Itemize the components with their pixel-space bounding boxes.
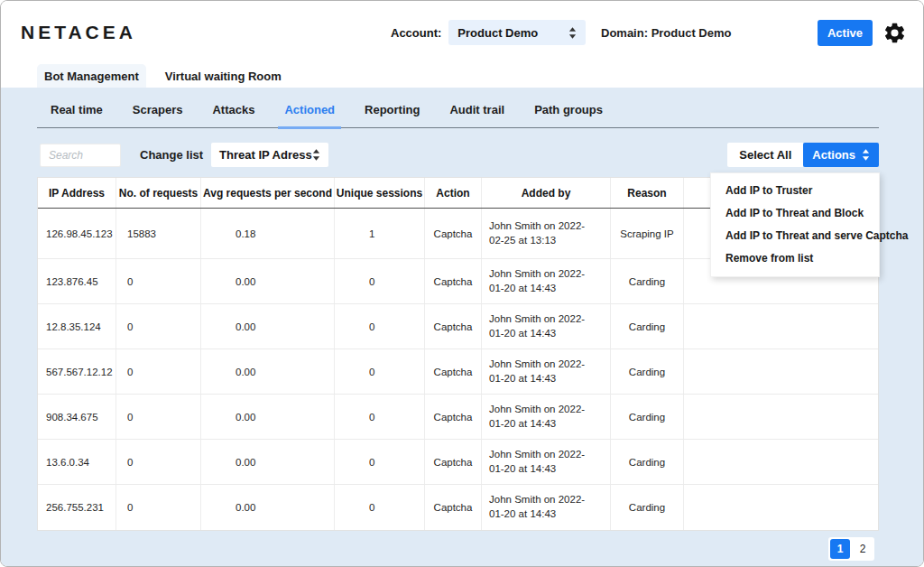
cell-requests: 0	[116, 349, 201, 394]
table-row[interactable]: 12.8.35.124 0 0.00 0 Captcha John Smith …	[38, 304, 878, 349]
cell-reason: Carding	[611, 349, 684, 394]
cell-ip: 567.567.12.12	[38, 349, 116, 394]
table-row[interactable]: 256.755.231 0 0.00 0 Captcha John Smith …	[38, 485, 878, 530]
cell-requests: 0	[116, 304, 201, 349]
account-select[interactable]: Product Demo	[448, 20, 586, 45]
updown-arrows-icon	[568, 27, 577, 39]
actions-menu: Add IP to Truster Add IP to Threat and B…	[710, 172, 880, 277]
cell-requests: 0	[116, 440, 201, 484]
change-list-label: Change list	[140, 148, 203, 162]
cell-requests: 15883	[116, 209, 201, 258]
subtabs: Real time Scrapers Attacks Actioned Repo…	[37, 88, 879, 128]
menu-item-add-ip-to-truster[interactable]: Add IP to Truster	[711, 180, 879, 202]
cell-avg: 0.00	[201, 485, 335, 530]
subtab-attacks[interactable]: Attacks	[212, 103, 254, 127]
added-by-line: 01-20 at 14:43	[489, 372, 585, 386]
search-input[interactable]	[40, 144, 121, 167]
change-list-select[interactable]: Threat IP Adress	[211, 143, 328, 167]
subtab-scrapers[interactable]: Scrapers	[133, 103, 183, 127]
table-row[interactable]: 567.567.12.12 0 0.00 0 Captcha John Smit…	[38, 349, 878, 395]
cell-added-by: John Smith on 2022- 01-20 at 14:43	[482, 349, 611, 394]
table-row[interactable]: 908.34.675 0 0.00 0 Captcha John Smith o…	[38, 395, 878, 440]
cell-added-by: John Smith on 2022- 01-20 at 14:43	[482, 485, 611, 530]
actions-button[interactable]: Actions	[803, 143, 879, 167]
account-select-value: Product Demo	[457, 26, 538, 40]
top-header: NETACEA Account: Product Demo Domain: Pr…	[1, 1, 923, 64]
tab-bot-management[interactable]: Bot Management	[37, 64, 146, 88]
account-group: Account: Product Demo	[391, 20, 586, 45]
cell-sessions: 0	[335, 304, 425, 349]
cell-requests: 0	[116, 259, 201, 303]
cell-ip: 256.755.231	[38, 485, 116, 530]
added-by-line: John Smith on 2022-	[489, 448, 585, 462]
cell-avg: 0.00	[201, 349, 335, 394]
cell-avg: 0.00	[201, 440, 335, 484]
tab-virtual-waiting-room[interactable]: Virtual waiting Room	[158, 64, 289, 88]
cell-sessions: 0	[335, 440, 425, 484]
column-header-ip: IP Address	[38, 178, 116, 208]
added-by-line: 01-20 at 14:43	[489, 327, 585, 341]
cell-empty	[684, 395, 878, 439]
active-button[interactable]: Active	[818, 20, 873, 46]
added-by-line: 01-20 at 14:43	[489, 282, 585, 296]
toolbar: Change list Threat IP Adress Select All …	[37, 143, 879, 167]
cell-reason: Carding	[611, 395, 684, 439]
domain-group: Domain: Product Demo	[601, 26, 731, 40]
column-header-added-by: Added by	[482, 178, 611, 208]
cell-reason: Scraping IP	[611, 209, 684, 258]
added-by-line: 02-25 at 13:13	[489, 234, 585, 248]
header-right: Active	[818, 20, 907, 46]
added-by-line: John Smith on 2022-	[489, 493, 585, 507]
actions-button-label: Actions	[812, 148, 855, 162]
cell-empty	[684, 349, 878, 394]
page-button-2[interactable]: 2	[853, 539, 873, 559]
cell-sessions: 0	[335, 485, 425, 530]
cell-action: Captcha	[425, 485, 482, 530]
app-window: NETACEA Account: Product Demo Domain: Pr…	[0, 0, 924, 567]
cell-avg: 0.00	[201, 304, 335, 349]
added-by-line: John Smith on 2022-	[489, 358, 585, 372]
subtab-reporting[interactable]: Reporting	[365, 103, 420, 127]
cell-added-by: John Smith on 2022- 01-20 at 14:43	[482, 395, 611, 439]
gear-icon[interactable]	[882, 21, 907, 45]
subtab-path-groups[interactable]: Path groups	[534, 103, 603, 127]
cell-reason: Carding	[611, 440, 684, 484]
subtab-audit-trail[interactable]: Audit trail	[449, 103, 504, 127]
cell-added-by: John Smith on 2022- 01-20 at 14:43	[482, 440, 611, 484]
cell-sessions: 0	[335, 259, 425, 303]
column-header-avg: Avg requests per second	[201, 178, 335, 208]
cell-avg: 0.00	[201, 395, 335, 439]
subtab-actioned[interactable]: Actioned	[278, 103, 341, 129]
cell-empty	[684, 440, 878, 484]
cell-avg: 0.00	[201, 259, 335, 303]
menu-item-add-ip-threat-block[interactable]: Add IP to Threat and Block	[711, 202, 879, 225]
updown-arrows-icon	[862, 149, 870, 161]
cell-ip: 13.6.0.34	[38, 440, 116, 484]
cell-requests: 0	[116, 485, 201, 530]
menu-item-remove-from-list[interactable]: Remove from list	[711, 247, 879, 270]
cell-added-by: John Smith on 2022- 01-20 at 14:43	[482, 259, 611, 303]
pagination: 1 2	[828, 537, 874, 561]
cell-action: Captcha	[425, 395, 482, 439]
main-tabs: Bot Management Virtual waiting Room	[1, 64, 923, 88]
cell-added-by: John Smith on 2022- 02-25 at 13:13	[482, 209, 611, 258]
subtab-real-time[interactable]: Real time	[51, 103, 103, 127]
cell-empty	[684, 304, 878, 349]
domain-label: Domain:	[601, 26, 648, 40]
added-by-line: John Smith on 2022-	[489, 267, 585, 282]
page-button-1[interactable]: 1	[830, 539, 850, 559]
menu-item-add-ip-threat-captcha[interactable]: Add IP to Threat and serve Captcha	[711, 225, 879, 247]
column-header-reason: Reason	[611, 178, 684, 208]
cell-sessions: 0	[335, 395, 425, 439]
column-header-action: Action	[425, 178, 482, 208]
cell-ip: 908.34.675	[38, 395, 116, 439]
cell-reason: Carding	[611, 485, 684, 530]
cell-reason: Carding	[611, 259, 684, 303]
select-all-button[interactable]: Select All	[727, 143, 803, 167]
cell-action: Captcha	[425, 259, 482, 303]
table-row[interactable]: 13.6.0.34 0 0.00 0 Captcha John Smith on…	[38, 440, 878, 485]
content-area: Real time Scrapers Attacks Actioned Repo…	[1, 88, 923, 567]
added-by-line: 01-20 at 14:43	[489, 462, 585, 477]
added-by-line: John Smith on 2022-	[489, 312, 585, 327]
cell-sessions: 1	[335, 209, 425, 258]
